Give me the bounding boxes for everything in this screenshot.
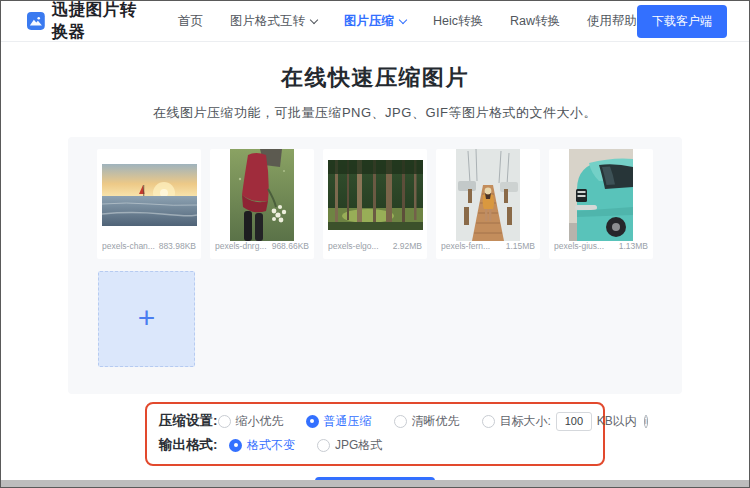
radio-option-target-size[interactable]: 目标大小: KB以内 i: [482, 412, 592, 431]
file-card[interactable]: pexels-fern... 1.15MB: [436, 149, 540, 259]
info-icon[interactable]: i: [644, 415, 648, 428]
add-image-button[interactable]: +: [98, 271, 195, 367]
output-format-row: 输出格式: 格式不变 JPG格式: [159, 433, 591, 457]
red-dress-field-thumbnail: [230, 149, 294, 241]
page-title: 在线快速压缩图片: [1, 63, 749, 93]
radio-selected-icon[interactable]: [306, 415, 319, 428]
nav-item-heic-convert[interactable]: Heic转换: [433, 13, 483, 30]
compression-settings-row: 压缩设置: 缩小优先 普通压缩 清晰优先 目标大小: KB以内 i: [159, 409, 591, 433]
upload-panel: pexels-chan... 883.98KB: [68, 137, 682, 394]
marina-pier-thumbnail: [456, 149, 520, 241]
file-meta: pexels-elgo... 2.92MB: [323, 241, 427, 256]
target-size-unit: KB以内: [597, 413, 637, 430]
file-card[interactable]: pexels-elgo... 2.92MB: [323, 149, 427, 259]
file-meta: pexels-gius... 1.13MB: [549, 241, 653, 256]
chevron-down-icon: [399, 15, 407, 23]
file-size: 968.66KB: [272, 241, 309, 251]
file-list: pexels-chan... 883.98KB: [97, 149, 653, 259]
nav-item-home[interactable]: 首页: [178, 13, 203, 30]
radio-option-keep-format[interactable]: 格式不变: [229, 437, 317, 454]
thumbnail-box: [549, 149, 653, 241]
file-card[interactable]: pexels-dnrg... 968.66KB: [210, 149, 314, 259]
nav-item-format-convert[interactable]: 图片格式互转: [230, 13, 317, 30]
radio-option-clarity-priority[interactable]: 清晰优先: [394, 413, 482, 430]
nav-item-help[interactable]: 使用帮助: [587, 13, 637, 30]
file-size: 1.13MB: [619, 241, 648, 251]
radio-option-jpg-format[interactable]: JPG格式: [317, 437, 405, 454]
nav-item-image-compress[interactable]: 图片压缩: [344, 13, 406, 30]
radio-selected-icon[interactable]: [229, 439, 242, 452]
file-card[interactable]: pexels-chan... 883.98KB: [97, 149, 201, 259]
radio-icon[interactable]: [394, 415, 407, 428]
image-converter-logo-icon: [27, 10, 45, 32]
file-meta: pexels-chan... 883.98KB: [97, 241, 201, 256]
radio-option-shrink-priority[interactable]: 缩小优先: [218, 413, 306, 430]
file-card[interactable]: pexels-gius... 1.13MB: [549, 149, 653, 259]
nav-item-raw-convert[interactable]: Raw转换: [510, 13, 560, 30]
thumbnail-box: [210, 149, 314, 241]
radio-icon[interactable]: [218, 415, 231, 428]
file-name: pexels-gius...: [554, 241, 604, 251]
sunset-beach-thumbnail: [102, 164, 197, 226]
main-nav: 首页 图片格式互转 图片压缩 Heic转换 Raw转换 使用帮助: [178, 13, 637, 30]
file-name: pexels-dnrg...: [215, 241, 267, 251]
file-size: 1.15MB: [506, 241, 535, 251]
thumbnail-box: [323, 149, 427, 241]
output-format-label: 输出格式:: [159, 436, 229, 454]
target-size-input[interactable]: [556, 412, 592, 431]
plus-icon: +: [138, 303, 156, 333]
pine-forest-thumbnail: [328, 160, 423, 230]
file-name: pexels-fern...: [441, 241, 490, 251]
file-meta: pexels-fern... 1.15MB: [436, 241, 540, 256]
file-size: 2.92MB: [393, 241, 422, 251]
chevron-down-icon: [310, 15, 318, 23]
brand-name: 迅捷图片转换器: [52, 0, 148, 43]
compression-settings-label: 压缩设置:: [159, 412, 218, 430]
file-size: 883.98KB: [159, 241, 196, 251]
radio-icon[interactable]: [317, 439, 330, 452]
brand-logo[interactable]: 迅捷图片转换器: [27, 0, 148, 43]
radio-option-normal-compression[interactable]: 普通压缩: [306, 413, 394, 430]
file-name: pexels-elgo...: [328, 241, 379, 251]
thumbnail-box: [436, 149, 540, 241]
file-name: pexels-chan...: [102, 241, 155, 251]
top-navigation-bar: 迅捷图片转换器 首页 图片格式互转 图片压缩 Heic转换 Raw转换 使用帮助…: [1, 1, 749, 42]
bottom-frame-strip: [1, 480, 749, 487]
teal-vintage-car-thumbnail: [569, 149, 633, 241]
hero-section: 在线快速压缩图片 在线图片压缩功能，可批量压缩PNG、JPG、GIF等图片格式的…: [1, 42, 749, 122]
file-meta: pexels-dnrg... 968.66KB: [210, 241, 314, 256]
settings-annotation-box: 压缩设置: 缩小优先 普通压缩 清晰优先 目标大小: KB以内 i: [145, 402, 605, 466]
app-window: 迅捷图片转换器 首页 图片格式互转 图片压缩 Heic转换 Raw转换 使用帮助…: [0, 0, 750, 488]
thumbnail-box: [97, 149, 201, 241]
page-subtitle: 在线图片压缩功能，可批量压缩PNG、JPG、GIF等图片格式的文件大小。: [1, 104, 749, 122]
radio-icon[interactable]: [482, 415, 495, 428]
download-client-button[interactable]: 下载客户端: [637, 5, 727, 38]
